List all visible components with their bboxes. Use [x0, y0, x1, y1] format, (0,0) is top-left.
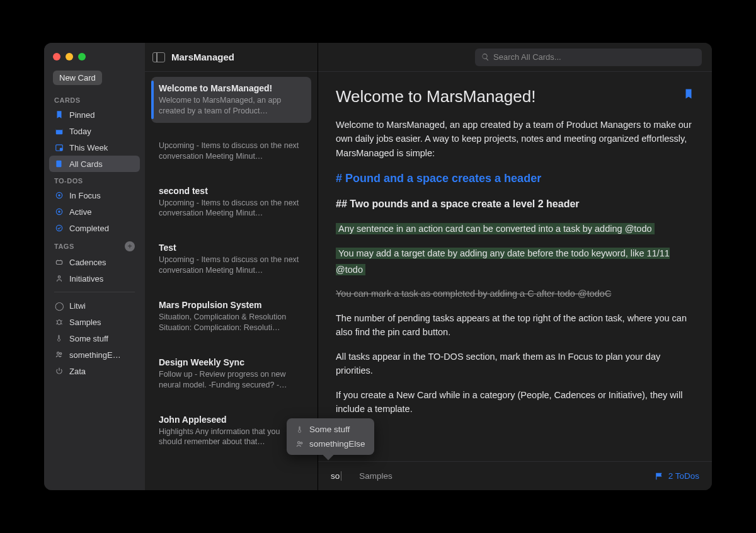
new-card-button[interactable]: New Card [53, 71, 102, 85]
flag-icon [655, 472, 665, 481]
maximize-window-icon[interactable] [78, 53, 86, 60]
card-item-preview: Upcoming - Items to discuss on the next … [159, 140, 304, 162]
svg-point-13 [57, 352, 60, 355]
sidebar-tag-something-else[interactable]: somethingE… [49, 347, 140, 363]
content-completed-todo: You can mark a task as completed by addi… [336, 287, 694, 301]
globe-icon: ◯ [54, 301, 64, 311]
sidebar-item-label: Litwi [69, 301, 86, 311]
sidebar-item-active[interactable]: Active [49, 203, 140, 220]
card-item-title: Test [159, 243, 304, 253]
search-input[interactable] [493, 52, 696, 62]
todo-count-badge[interactable]: 2 ToDos [655, 471, 699, 481]
cadence-icon [54, 257, 64, 267]
card-item-title: John Appleseed [159, 415, 304, 425]
svg-point-8 [59, 211, 60, 212]
sidebar-tag-litwi[interactable]: ◯ Litwi [49, 297, 140, 314]
pin-bookmark-icon[interactable] [683, 87, 694, 101]
detail-panel: Welcome to MarsManaged! Welcome to MarsM… [318, 43, 712, 490]
svg-point-6 [58, 194, 60, 197]
card-item-preview: Upcoming - Items to discuss on the next … [159, 255, 304, 276]
sidebar-item-all-cards[interactable]: All Cards [49, 156, 140, 172]
card-item-title: Mars Propulsion System [159, 300, 304, 310]
card-item-title: Design Weekly Sync [159, 357, 304, 367]
content-paragraph: If you create a New Card while in a cate… [336, 388, 694, 416]
add-tag-button[interactable]: + [125, 241, 135, 251]
card-item-preview: Highlights Any information that you shou… [159, 427, 304, 448]
app-title: MarsManaged [171, 52, 234, 62]
sidebar-item-label: Cadences [69, 258, 106, 267]
close-window-icon[interactable] [53, 53, 60, 60]
sidebar-item-in-focus[interactable]: In Focus [49, 187, 140, 203]
app-window: New Card CARDS Pinned Today This Week Al… [44, 43, 712, 490]
card-list-item[interactable]: Welcome to MarsManaged!Welcome to MarsMa… [151, 77, 311, 123]
sidebar-item-label: Pinned [69, 110, 94, 120]
person-icon [54, 273, 64, 284]
bookmark-icon [54, 110, 64, 120]
svg-rect-10 [56, 261, 62, 265]
card-list-item[interactable]: Upcoming - Items to discuss on the next … [151, 134, 311, 168]
people-icon [295, 440, 304, 449]
sidebar-item-label: Today [69, 127, 91, 136]
divider [54, 292, 135, 292]
sidebar-item-label: somethingE… [69, 350, 121, 360]
sidebar-tag-some-stuff[interactable]: Some stuff [49, 330, 140, 347]
content-todo: Any sentence in an action card can be co… [336, 223, 655, 234]
card-item-title: second test [159, 186, 304, 196]
sidebar-item-label: Active [69, 207, 91, 217]
sidebar-item-initiatives[interactable]: Initiatives [49, 270, 140, 287]
card-item-preview: Situation, Complication & Resolution Sit… [159, 312, 304, 333]
bug-icon [54, 317, 64, 327]
card-list-item[interactable]: Mars Propulsion SystemSituation, Complic… [151, 294, 311, 340]
card-item-preview: Welcome to MarsManaged, an app created b… [159, 95, 304, 117]
sidebar-item-label: All Cards [69, 159, 103, 169]
circle-dot-icon [54, 207, 64, 217]
svg-point-9 [56, 225, 62, 231]
card-list-item[interactable]: second testUpcoming - Items to discuss o… [151, 180, 311, 226]
window-controls [49, 50, 140, 71]
list-toolbar: MarsManaged [145, 43, 318, 72]
card-content[interactable]: Welcome to MarsManaged, an app created b… [336, 118, 694, 416]
sidebar-item-label: Some stuff [69, 334, 108, 343]
sidebar-item-this-week[interactable]: This Week [49, 139, 140, 156]
sidebar-item-completed[interactable]: Completed [49, 220, 140, 236]
content-todo: You may add a target date by adding any … [336, 248, 670, 275]
sidebar-item-pinned[interactable]: Pinned [49, 106, 140, 123]
svg-rect-4 [56, 161, 61, 168]
card-list-item[interactable]: TestUpcoming - Items to discuss on the n… [151, 236, 311, 282]
sidebar-item-label: Zata [69, 367, 86, 376]
thermometer-icon [295, 425, 304, 434]
section-todos-label: TO-DOS [49, 172, 140, 187]
autocomplete-item[interactable]: Some stuff [290, 422, 370, 437]
minimize-window-icon[interactable] [66, 53, 73, 60]
cards-icon [54, 159, 64, 169]
card-item-title: Welcome to MarsManaged! [159, 83, 304, 93]
footer-tag[interactable]: Samples [359, 471, 392, 481]
svg-point-14 [60, 353, 62, 355]
detail-body: Welcome to MarsManaged! Welcome to MarsM… [318, 72, 712, 490]
sidebar-item-label: Samples [69, 318, 101, 327]
card-item-preview: Upcoming - Items to discuss on the next … [159, 198, 304, 219]
search-field[interactable] [475, 49, 702, 66]
power-icon [54, 366, 64, 376]
card-list-item[interactable]: Design Weekly SyncFollow up - Review pro… [151, 351, 311, 397]
detail-footer: so Samples 2 ToDos [318, 461, 712, 490]
svg-point-12 [57, 320, 61, 324]
sidebar-item-label: This Week [69, 143, 108, 152]
calendar-day-icon [54, 126, 64, 136]
sidebar-item-cadences[interactable]: Cadences [49, 254, 140, 270]
target-icon [54, 190, 64, 200]
content-h2: ## Two pounds and a space create a level… [336, 197, 694, 212]
autocomplete-item[interactable]: somethingElse [290, 437, 370, 451]
section-cards-label: CARDS [49, 91, 140, 106]
sidebar-tag-zata[interactable]: Zata [49, 363, 140, 379]
autocomplete-popup: Some stuff somethingElse [287, 418, 374, 455]
sidebar-item-today[interactable]: Today [49, 123, 140, 139]
toggle-sidebar-button[interactable] [152, 52, 165, 62]
svg-rect-1 [56, 129, 63, 130]
tag-input[interactable]: so [331, 471, 341, 481]
content-h1: # Pound and a space creates a header [336, 170, 694, 188]
calendar-week-icon [54, 142, 64, 152]
content-intro: Welcome to MarsManaged, an app created b… [336, 118, 694, 160]
detail-toolbar [318, 43, 712, 72]
sidebar-tag-samples[interactable]: Samples [49, 314, 140, 330]
